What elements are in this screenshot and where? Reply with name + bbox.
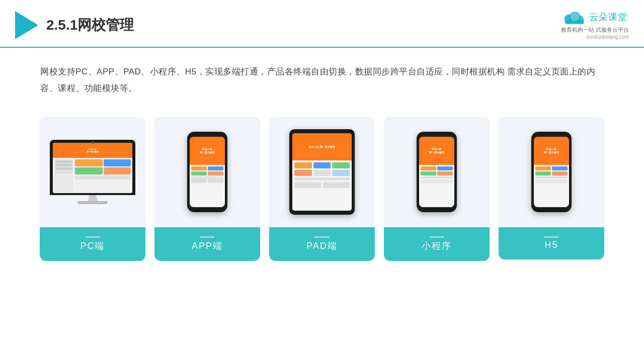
miniprogram-screen-content: 职达人的第一堂兴趣课 [419,137,454,207]
mini-block [421,166,436,170]
phone-mini-row-2 [191,171,223,175]
monitor-stand [88,195,98,201]
page-title: 2.5.1网校管理 [46,16,134,35]
tablet-row-3 [294,182,350,188]
mini-block [437,171,453,175]
phone-notch [200,132,215,135]
phone-mini-row-f [535,179,568,184]
card-pc-label: PC端 [40,227,145,261]
mini-block [552,171,568,175]
phone-screen-content: 职达人的第一堂兴趣课 [190,137,225,207]
card-pc: 职达人的第一堂兴趣课 [40,117,145,261]
card-app-label: APP端 [154,227,260,261]
pc-monitor-wrap: 职达人的第一堂兴趣课 [50,140,135,204]
mini-block [208,171,223,175]
tablet-screen: 职达人的 第一堂兴趣课 [292,133,352,211]
device-cards-container: 职达人的第一堂兴趣课 [0,107,644,276]
brand-name: 云朵课堂 [589,11,627,23]
tablet-block [294,182,321,188]
tablet-separator [294,177,350,180]
card-h5: 职达人的第一堂兴趣课 [499,117,604,261]
mini-block [208,166,223,170]
card-app: 职达人的第一堂兴趣课 [154,117,260,261]
header-right: 云朵课堂 教育机构一站 式服务云平台 yunduoketang.com [561,9,629,41]
tablet-row-2 [294,170,350,176]
card-pad: 职达人的 第一堂兴趣课 [269,117,375,261]
monitor-screen: 职达人的第一堂兴趣课 [53,143,132,193]
phone-screen-top: 职达人的第一堂兴趣课 [190,137,225,165]
tablet-block [294,162,312,168]
card-miniprogram-label: 小程序 [384,227,490,261]
tablet-block [294,170,312,176]
mini-block [191,166,207,170]
play-icon [15,11,38,39]
mini-block [552,166,568,170]
card-app-preview: 职达人的第一堂兴趣课 [154,117,260,227]
h5-screen-content: 职达人的第一堂兴趣课 [534,137,569,207]
card-miniprogram-preview: 职达人的第一堂兴趣课 [384,117,490,227]
card-pad-preview: 职达人的 第一堂兴趣课 [269,117,375,227]
app-phone-frame: 职达人的第一堂兴趣课 [187,132,227,212]
mini-block [208,179,223,183]
h5-screen: 职达人的第一堂兴趣课 [534,137,569,207]
label-bar [429,236,444,238]
phone-mini-row-3 [191,179,223,183]
phone-notch-2 [429,132,444,135]
miniprogram-screen-bottom [419,165,454,207]
mini-divider-2 [535,176,568,178]
label-bar [85,236,100,238]
phone-mini-row-c [421,179,453,184]
h5-screen-bottom [534,165,569,207]
mini-block [535,171,551,175]
tablet-block [323,182,350,188]
pc-monitor: 职达人的第一堂兴趣课 [50,140,135,204]
phone-mini-row-d [535,166,568,170]
miniprogram-screen-top: 职达人的第一堂兴趣课 [419,137,454,165]
card-pad-label: PAD端 [269,227,375,261]
mini-block [421,171,436,175]
miniprogram-screen: 职达人的第一堂兴趣课 [419,137,454,207]
mini-block [535,166,551,170]
phone-screen: 职达人的第一堂兴趣课 [190,137,225,207]
tablet-block [332,162,350,168]
miniprogram-phone-frame: 职达人的第一堂兴趣课 [417,132,457,212]
label-bar [314,236,330,238]
phone-notch-3 [544,132,559,135]
brand-url: yunduoketang.com [561,34,629,41]
cloud-icon [562,9,586,25]
tablet-row-1 [294,162,350,168]
phone-mini-row-1 [191,166,223,170]
mini-block [191,171,207,175]
phone-screen-bottom [190,165,225,207]
phone-mini-row-b [421,171,453,175]
phone-mini-row-a [421,166,453,170]
card-h5-label: H5 [499,227,604,259]
phone-mini-row-e [535,171,568,175]
tablet-block [313,170,331,176]
miniprogram-screen-text: 职达人的第一堂兴趣课 [429,147,444,154]
brand-logo: 云朵课堂 [562,9,627,25]
mini-block [535,179,568,184]
mini-block [437,166,453,170]
tablet-screen-bottom [292,160,352,211]
monitor-screen-wrap: 职达人的第一堂兴趣课 [50,140,135,195]
pad-tablet-frame: 职达人的 第一堂兴趣课 [289,129,355,215]
h5-screen-text: 职达人的第一堂兴趣课 [544,147,559,154]
mini-block [191,179,207,183]
label-bar [544,236,559,238]
monitor-base [77,201,108,204]
header-left: 2.5.1网校管理 [15,11,134,39]
h5-phone-frame: 职达人的第一堂兴趣课 [531,132,572,212]
brand-tagline: 教育机构一站 式服务云平台 yunduoketang.com [561,26,629,41]
mini-divider [421,176,453,178]
monitor-dot [92,141,94,144]
mini-block [421,179,453,184]
card-h5-preview: 职达人的第一堂兴趣课 [499,117,604,227]
description-text: 网校支持PC、APP、PAD、小程序、H5，实现多端打通，产品各终端自由切换，数… [0,48,644,107]
label-bar [200,236,215,238]
card-miniprogram: 职达人的第一堂兴趣课 [384,117,490,261]
header: 2.5.1网校管理 云朵课堂 教育机构一站 式服务云平台 yunduoketan… [0,0,644,48]
h5-screen-top: 职达人的第一堂兴趣课 [534,137,569,165]
tablet-block [313,162,331,168]
svg-point-4 [571,12,580,21]
